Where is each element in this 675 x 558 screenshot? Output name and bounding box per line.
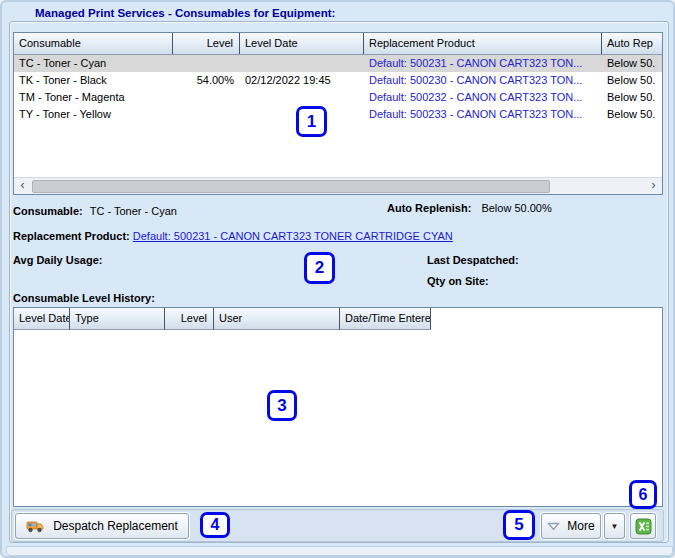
cell-level bbox=[173, 106, 240, 123]
annotation-4: 4 bbox=[200, 512, 230, 538]
column-header-level-date[interactable]: Level Date bbox=[240, 33, 364, 54]
more-button-label: More bbox=[567, 519, 594, 533]
qty-on-site-label: Qty on Site: bbox=[427, 275, 489, 287]
dropdown-caret-icon: ▼ bbox=[611, 522, 619, 531]
annotation-3: 3 bbox=[267, 390, 297, 421]
history-section-label: Consumable Level History: bbox=[13, 292, 155, 304]
history-header-filler bbox=[431, 308, 662, 330]
history-table-header: Level Date Type Level User Date/Time Ent… bbox=[14, 308, 662, 330]
cell-replacement-product: Default: 500230 - CANON CART323 TON... bbox=[364, 72, 602, 89]
cell-level-date bbox=[240, 89, 364, 106]
annotation-6: 6 bbox=[629, 480, 657, 509]
cell-consumable: TY - Toner - Yellow bbox=[14, 106, 173, 123]
consumables-table: Consumable Level Level Date Replacement … bbox=[13, 32, 663, 195]
table-row[interactable]: TM - Toner - MagentaDefault: 500232 - CA… bbox=[14, 89, 662, 106]
history-table: Level Date Type Level User Date/Time Ent… bbox=[13, 307, 663, 507]
replacement-product-link[interactable]: Default: 500231 - CANON CART323 TONER CA… bbox=[133, 230, 453, 242]
group-title: Managed Print Services - Consumables for… bbox=[30, 7, 340, 19]
scroll-right-icon[interactable]: › bbox=[645, 178, 662, 195]
cell-auto-rep: Below 50. bbox=[602, 55, 662, 72]
more-button[interactable]: More bbox=[541, 513, 601, 539]
cell-consumable: TM - Toner - Magenta bbox=[14, 89, 173, 106]
consumables-table-header: Consumable Level Level Date Replacement … bbox=[14, 33, 662, 55]
column-header-history-type[interactable]: Type bbox=[70, 308, 165, 330]
consumables-rows: TC - Toner - CyanDefault: 500231 - CANON… bbox=[14, 55, 662, 123]
cell-level bbox=[173, 55, 240, 72]
consumable-label: Consumable: TC - Toner - Cyan bbox=[13, 205, 177, 217]
cell-replacement-product: Default: 500233 - CANON CART323 TON... bbox=[364, 106, 602, 123]
scroll-left-icon[interactable]: ‹ bbox=[14, 178, 31, 195]
annotation-1: 1 bbox=[296, 106, 327, 137]
chevron-down-icon bbox=[547, 522, 560, 531]
despatch-replacement-button[interactable]: Despatch Replacement bbox=[15, 513, 189, 539]
auto-replenish-label: Auto Replenish: Below 50.00% bbox=[387, 202, 552, 214]
auto-replenish-value: Below 50.00% bbox=[481, 202, 551, 214]
replacement-product-label: Replacement Product: Default: 500231 - C… bbox=[13, 230, 453, 242]
status-bar bbox=[6, 546, 673, 556]
last-despatched-label: Last Despatched: bbox=[427, 254, 519, 266]
column-header-history-level-date[interactable]: Level Date bbox=[14, 308, 70, 330]
avg-daily-usage-label: Avg Daily Usage: bbox=[13, 254, 102, 266]
annotation-5: 5 bbox=[503, 510, 535, 540]
column-header-consumable[interactable]: Consumable bbox=[14, 33, 173, 54]
cell-level: 54.00% bbox=[173, 72, 240, 89]
column-header-replacement-product[interactable]: Replacement Product bbox=[364, 33, 602, 54]
column-header-history-user[interactable]: User bbox=[214, 308, 340, 330]
table-row[interactable]: TY - Toner - YellowDefault: 500233 - CAN… bbox=[14, 106, 662, 123]
table-row[interactable]: TK - Toner - Black54.00%02/12/2022 19:45… bbox=[14, 72, 662, 89]
export-to-excel-button[interactable] bbox=[630, 513, 656, 539]
truck-icon bbox=[26, 520, 44, 533]
cell-auto-rep: Below 50. bbox=[602, 89, 662, 106]
cell-level bbox=[173, 89, 240, 106]
scrollbar-thumb[interactable] bbox=[32, 180, 550, 193]
annotation-2: 2 bbox=[304, 252, 335, 284]
column-header-auto-rep[interactable]: Auto Rep bbox=[602, 33, 662, 54]
more-dropdown-button[interactable]: ▼ bbox=[604, 513, 625, 539]
excel-icon bbox=[635, 518, 652, 535]
cell-consumable: TK - Toner - Black bbox=[14, 72, 173, 89]
column-header-level[interactable]: Level bbox=[173, 33, 240, 54]
cell-consumable: TC - Toner - Cyan bbox=[14, 55, 173, 72]
cell-replacement-product: Default: 500231 - CANON CART323 TON... bbox=[364, 55, 602, 72]
cell-auto-rep: Below 50. bbox=[602, 106, 662, 123]
bottom-toolbar: Despatch Replacement More ▼ bbox=[11, 509, 664, 542]
column-header-history-datetime[interactable]: Date/Time Entered bbox=[340, 308, 431, 330]
consumable-value: TC - Toner - Cyan bbox=[90, 205, 177, 217]
despatch-button-label: Despatch Replacement bbox=[53, 519, 178, 533]
table-row[interactable]: TC - Toner - CyanDefault: 500231 - CANON… bbox=[14, 55, 662, 72]
consumables-panel: Managed Print Services - Consumables for… bbox=[0, 0, 675, 558]
cell-level-date: 02/12/2022 19:45 bbox=[240, 72, 364, 89]
column-header-history-level[interactable]: Level bbox=[165, 308, 214, 330]
cell-level-date bbox=[240, 55, 364, 72]
horizontal-scrollbar[interactable]: ‹ › bbox=[14, 177, 662, 194]
cell-auto-rep: Below 50. bbox=[602, 72, 662, 89]
cell-replacement-product: Default: 500232 - CANON CART323 TON... bbox=[364, 89, 602, 106]
